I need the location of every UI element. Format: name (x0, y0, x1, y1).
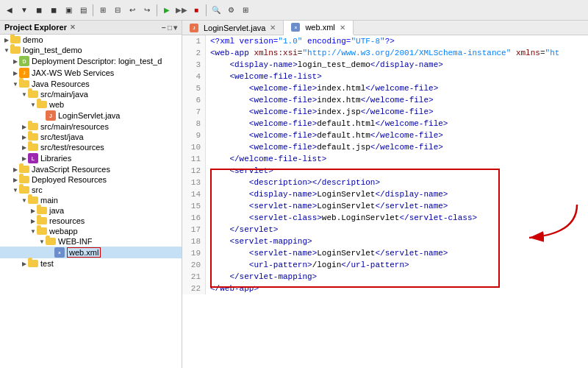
tree-item-deployment[interactable]: D Deployment Descriptor: login_test_d (0, 55, 182, 67)
jax-icon: J (19, 68, 29, 78)
code-line-2: 2 <web-app xmlns:xsi="http://www.w3.org/… (182, 47, 588, 59)
folder-icon-src-test-resources (28, 143, 38, 152)
code-line-19: 19 <servlet-name>LoginServlet</servlet-n… (182, 247, 588, 259)
toolbar-sep-2 (157, 4, 157, 16)
tree-item-src-test-resources[interactable]: src/test/resources (0, 142, 182, 152)
code-line-11: 11 </welcome-file-list> (182, 153, 588, 165)
toolbar-btn-run[interactable]: ▶ (160, 4, 173, 17)
toolbar-btn-7[interactable]: ⊞ (96, 4, 110, 17)
code-line-7: 7 <welcome-file>index.jsp</welcome-file> (182, 106, 588, 118)
code-line-18: 18 <servlet-mapping> (182, 236, 588, 247)
line-content-13: <description></description> (206, 177, 380, 188)
tree-item-web-xml[interactable]: x web.xml (0, 247, 182, 258)
tab-webxml-close[interactable]: ✕ (340, 24, 345, 32)
toolbar-btn-4[interactable]: ◼ (47, 4, 60, 17)
header-icons: − □ ▾ (162, 24, 177, 32)
line-num-7: 7 (182, 106, 206, 118)
tree-item-src-main-java[interactable]: src/main/java (0, 89, 182, 99)
line-num-20: 20 (182, 259, 206, 271)
tree-item-src-main-resources[interactable]: src/main/resources (0, 121, 182, 132)
line-num-10: 10 (182, 141, 206, 153)
tree-item-demo[interactable]: demo (0, 35, 182, 45)
tree-item-java-resources[interactable]: Java Resources (0, 79, 182, 89)
tree-item-deployed-resources[interactable]: Deployed Resources (0, 174, 182, 185)
tab-webxml[interactable]: x web.xml ✕ (284, 21, 353, 35)
toolbar-btn-5[interactable]: ▣ (62, 4, 75, 17)
project-tree: demo login_test_demo D Deployment Descri… (0, 35, 182, 368)
arrow-webinf (38, 238, 46, 245)
tree-item-src-test-java[interactable]: src/test/java (0, 132, 182, 142)
xml-icon-tab: x (291, 23, 300, 32)
tree-item-main[interactable]: main (0, 195, 182, 205)
toolbar-btn-1[interactable]: ◀ (3, 4, 16, 17)
folder-icon-resources (37, 216, 47, 225)
toolbar-btn-9[interactable]: ↩ (126, 4, 139, 17)
line-num-11: 11 (182, 153, 206, 165)
code-line-4: 4 <welcome-file-list> (182, 71, 588, 82)
code-line-13: 13 <description></description> (182, 177, 588, 188)
tab-webxml-label: web.xml (305, 23, 334, 32)
chevron-icon[interactable]: ▾ (173, 24, 177, 32)
arrow-src-test-resources (21, 144, 28, 151)
maximize-icon[interactable]: □ (168, 24, 172, 32)
toolbar-btn-6[interactable]: ▤ (76, 4, 90, 17)
tree-item-login-test-demo[interactable]: login_test_demo (0, 45, 182, 55)
arrow-java-resources (12, 80, 19, 88)
tree-label-deployment: Deployment Descriptor: login_test_d (32, 57, 162, 66)
minimize-icon[interactable]: − (162, 24, 166, 32)
tree-item-web[interactable]: web (0, 99, 182, 110)
tree-item-webapp[interactable]: webapp (0, 226, 182, 236)
toolbar-btn-debug[interactable]: ▶▶ (175, 4, 188, 17)
arrow-webapp (29, 227, 37, 235)
xml-icon-web-xml: x (54, 247, 65, 258)
tab-loginservlet-close[interactable]: ✕ (270, 24, 276, 32)
line-num-4: 4 (182, 71, 206, 82)
tree-item-libraries[interactable]: L Libraries (0, 152, 182, 164)
line-content-20: <url-pattern>/login</url-pattern> (206, 259, 409, 271)
code-line-12: 12 <servlet> (182, 165, 588, 177)
toolbar-btn-window[interactable]: ⊞ (239, 4, 252, 17)
arrow-loginservlet-java (38, 112, 46, 119)
tree-item-loginservlet-java[interactable]: J LoginServlet.java (0, 110, 182, 121)
tree-item-js-resources[interactable]: JavaScript Resources (0, 164, 182, 174)
toolbar-btn-stop[interactable]: ■ (190, 4, 203, 17)
code-editor[interactable]: 1 <?xml version="1.0" encoding="UTF-8"?>… (182, 35, 588, 368)
tree-label-src-main-resources: src/main/resources (40, 122, 109, 131)
toolbar-btn-search[interactable]: 🔍 (209, 4, 223, 17)
toolbar-btn-10[interactable]: ↪ (140, 4, 154, 17)
tree-item-src[interactable]: src (0, 185, 182, 195)
toolbar-btn-2[interactable]: ▼ (18, 4, 31, 17)
tree-label-webinf: WEB-INF (58, 237, 92, 246)
line-num-9: 9 (182, 130, 206, 141)
folder-icon-js-resources (19, 165, 29, 174)
tree-label-src-test-java: src/test/java (40, 132, 84, 141)
folder-icon-deployed-resources (19, 175, 29, 184)
tree-item-jaxws[interactable]: J JAX-WS Web Services (0, 67, 182, 79)
tree-item-webinf[interactable]: WEB-INF (0, 236, 182, 247)
tree-item-resources[interactable]: resources (0, 216, 182, 226)
tree-label-login-test-demo: login_test_demo (23, 46, 82, 54)
tree-item-java[interactable]: java (0, 205, 182, 216)
tree-label-webapp: webapp (49, 227, 78, 236)
tree-item-test[interactable]: test (0, 258, 182, 269)
tree-label-js-resources: JavaScript Resources (32, 165, 110, 174)
arrow-src-main-resources (21, 123, 28, 130)
line-content-8: <welcome-file>default.html</welcome-file… (206, 118, 448, 130)
editor-area: J LoginServlet.java ✕ x web.xml ✕ 1 <?xm… (182, 21, 588, 368)
tab-loginservlet[interactable]: J LoginServlet.java ✕ (182, 21, 284, 35)
header-x-icon[interactable]: ✕ (70, 24, 76, 31)
arrow-test (21, 260, 28, 267)
toolbar-btn-gear[interactable]: ⚙ (224, 4, 237, 17)
tree-label-loginservlet-java: LoginServlet.java (58, 111, 120, 120)
arrow-libraries (21, 155, 28, 162)
line-content-11: </welcome-file-list> (206, 153, 326, 165)
line-num-14: 14 (182, 188, 206, 200)
folder-icon-webapp (37, 227, 47, 236)
line-content-2: <web-app xmlns:xsi="http://www.w3.org/20… (206, 47, 559, 59)
toolbar-btn-8[interactable]: ⊟ (111, 4, 124, 17)
toolbar-btn-3[interactable]: ◼ (32, 4, 46, 17)
main-area: Project Explorer ✕ − □ ▾ demo login_test… (0, 21, 588, 368)
tree-label-java: java (49, 206, 64, 215)
desc-icon: D (19, 56, 29, 66)
line-content-22: </web-app> (206, 283, 259, 294)
